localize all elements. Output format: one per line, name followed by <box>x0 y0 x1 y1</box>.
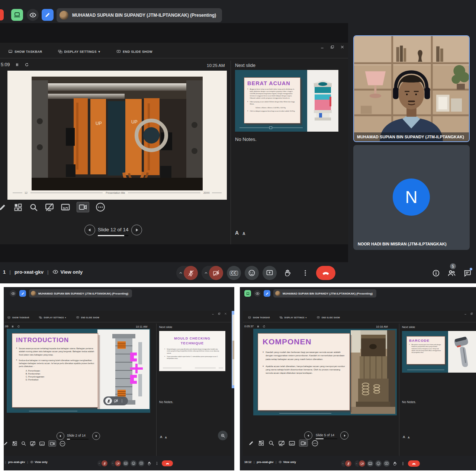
window-minimize-button[interactable] <box>212 312 214 315</box>
slide-sorter-icon[interactable] <box>258 440 264 446</box>
raise-hand-button[interactable] <box>392 460 398 467</box>
window-close-button[interactable] <box>340 45 344 49</box>
next-slide-button[interactable] <box>340 431 348 440</box>
pen-tool-icon[interactable] <box>248 440 254 446</box>
chat-icon[interactable] <box>463 269 471 277</box>
end-call-button[interactable] <box>316 266 335 280</box>
camera-toggle-icon[interactable] <box>299 440 308 447</box>
present-button[interactable] <box>263 266 277 280</box>
black-screen-icon[interactable] <box>278 440 285 447</box>
subtitles-icon[interactable] <box>61 202 70 212</box>
subtitles-icon[interactable] <box>39 441 45 447</box>
restart-timer-icon[interactable] <box>263 325 266 328</box>
mic-off-button[interactable] <box>184 266 198 280</box>
next-slide-thumbnail[interactable]: MOULD CHECKING TECHNIQUE Setiap bahagian… <box>159 331 225 371</box>
mic-off-button[interactable] <box>345 460 351 467</box>
screen-share-icon[interactable] <box>244 290 251 297</box>
captions-button[interactable] <box>123 460 129 466</box>
black-screen-icon[interactable] <box>45 202 54 212</box>
next-slide-thumbnail[interactable]: BARCODE Merupakan susunan garis lurus hi… <box>402 331 476 373</box>
mic-options-chevron[interactable] <box>341 460 345 467</box>
mic-off-mini-button[interactable] <box>105 398 112 404</box>
display-settings-button[interactable]: DISPLAY SETTINGS ▼ <box>58 49 101 54</box>
black-screen-icon[interactable] <box>30 441 36 447</box>
next-slide-button[interactable] <box>131 225 142 235</box>
more-options-button[interactable] <box>400 460 406 467</box>
mic-off-button[interactable] <box>102 460 107 466</box>
camera-toggle-icon[interactable] <box>48 440 56 447</box>
show-taskbar-button[interactable]: SHOW TASKBAR <box>248 316 270 319</box>
meeting-info-icon[interactable] <box>432 269 440 277</box>
camera-off-button[interactable] <box>209 266 223 280</box>
present-button[interactable] <box>138 460 144 466</box>
eye-icon[interactable] <box>10 290 16 297</box>
eye-icon[interactable] <box>254 290 261 297</box>
font-larger-button[interactable]: A <box>160 435 163 439</box>
font-larger-button[interactable]: A <box>403 435 405 439</box>
end-slide-show-button[interactable]: END SLIDE SHOW <box>116 49 152 54</box>
raise-hand-button[interactable] <box>280 266 295 280</box>
font-smaller-button[interactable]: A <box>165 436 167 439</box>
present-button[interactable] <box>383 460 390 467</box>
previous-slide-button[interactable] <box>57 432 64 440</box>
font-smaller-button[interactable]: A <box>408 436 410 439</box>
pen-tool-icon[interactable] <box>0 203 7 212</box>
camera-off-button[interactable] <box>359 460 365 467</box>
annotate-pen-icon[interactable] <box>264 290 270 297</box>
slide-sorter-icon[interactable] <box>12 441 17 446</box>
zoom-button[interactable] <box>218 431 228 440</box>
camera-toggle-icon[interactable] <box>77 202 89 212</box>
mic-options-chevron[interactable] <box>97 460 101 466</box>
more-tools-icon[interactable] <box>96 202 105 212</box>
red-edge-button[interactable] <box>0 9 4 20</box>
previous-slide-button[interactable] <box>84 225 95 235</box>
pause-timer-icon[interactable] <box>257 325 260 328</box>
captions-button[interactable]: CC <box>227 266 241 280</box>
reactions-button[interactable] <box>375 460 382 467</box>
font-larger-button[interactable]: A <box>235 230 239 236</box>
previous-slide-button[interactable] <box>304 431 312 440</box>
pause-timer-icon[interactable] <box>11 325 14 328</box>
end-call-button[interactable] <box>162 460 173 466</box>
participant-tile-noor[interactable]: N NOOR HADI BIN MISRAN (JTM-ILPTANGKAK) <box>353 145 470 250</box>
slide-sorter-icon[interactable] <box>13 203 23 212</box>
display-settings-button[interactable]: DISPLAY SETTINGS ▼ <box>39 316 67 319</box>
subtitles-icon[interactable] <box>289 440 295 447</box>
camera-options-chevron[interactable] <box>355 460 358 467</box>
more-options-button[interactable] <box>154 460 160 466</box>
display-settings-button[interactable]: DISPLAY SETTINGS ▼ <box>280 316 307 319</box>
pen-tool-icon[interactable] <box>4 441 9 446</box>
presenter-pill[interactable]: MUHAMAD SUPIAN BIN SUPANDY (JTM-ILPTANGK… <box>29 289 132 298</box>
captions-button[interactable] <box>367 460 373 467</box>
presenter-pill[interactable]: MUHAMAD SUPIAN BIN SUPANDY (JTM-ILPTANGK… <box>273 289 376 298</box>
camera-off-button[interactable] <box>115 460 121 466</box>
window-restore-button[interactable] <box>470 312 473 315</box>
more-mini-icon[interactable] <box>120 399 124 403</box>
window-minimize-button[interactable] <box>320 45 324 49</box>
more-options-button[interactable] <box>298 266 312 280</box>
screen-share-icon[interactable] <box>11 9 23 21</box>
annotate-pen-icon[interactable] <box>42 9 54 21</box>
presenter-pill[interactable]: MUHAMAD SUPIAN BIN SUPANDY (JTM-ILPTANGK… <box>57 8 222 22</box>
more-tools-icon[interactable] <box>312 440 318 447</box>
people-icon[interactable]: 5 <box>447 269 456 277</box>
show-taskbar-button[interactable]: SHOW TASKBAR <box>8 49 42 54</box>
font-smaller-button[interactable]: A <box>242 232 245 236</box>
end-slide-show-button[interactable]: END SLIDE SHOW <box>76 316 99 319</box>
more-tools-icon[interactable] <box>60 441 65 447</box>
annotate-pen-icon[interactable] <box>19 290 26 297</box>
magnifier-icon[interactable] <box>29 203 38 212</box>
window-minimize-button[interactable] <box>464 312 467 315</box>
end-slide-show-button[interactable]: END SLIDE SHOW <box>317 316 340 319</box>
window-restore-button[interactable] <box>218 312 221 315</box>
restart-timer-icon[interactable] <box>17 325 20 328</box>
camera-mini-icon[interactable] <box>114 399 118 403</box>
reactions-button[interactable] <box>245 266 259 280</box>
camera-options-chevron[interactable] <box>111 460 115 466</box>
magnifier-icon[interactable] <box>268 440 274 446</box>
window-close-button[interactable] <box>224 312 227 315</box>
next-slide-button[interactable] <box>92 432 100 440</box>
reactions-button[interactable] <box>131 460 136 466</box>
pause-timer-icon[interactable] <box>15 62 19 67</box>
raise-hand-button[interactable] <box>146 460 152 466</box>
